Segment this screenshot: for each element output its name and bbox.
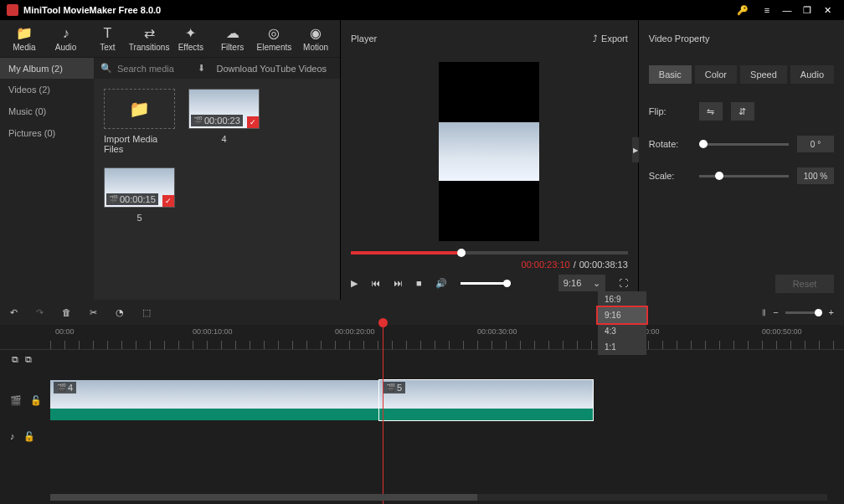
split-icon[interactable]: ✂ xyxy=(90,307,97,318)
fullscreen-icon[interactable]: ⛶ xyxy=(619,278,628,288)
menu-icon[interactable]: ≡ xyxy=(757,5,777,15)
filters-icon: ☁ xyxy=(226,25,239,41)
flip-label: Flip: xyxy=(649,106,691,116)
search-area: 🔍 Search media ⬇ Download YouTube Videos xyxy=(94,63,340,74)
timeline: ↶ ↷ 🗑 ✂ ◔ ⬚ ⦀ − + ⧉⧉ 00:00 00:00:10:00 0… xyxy=(0,300,844,504)
search-icon: 🔍 xyxy=(100,63,112,74)
aspect-option[interactable]: 4:3 xyxy=(598,323,646,339)
album-label[interactable]: My Album (2) xyxy=(0,58,94,79)
titlebar: MiniTool MovieMaker Free 8.0.0 🔑 ≡ — ❐ ✕ xyxy=(0,0,844,20)
play-icon[interactable]: ▶ xyxy=(351,278,358,289)
aspect-select[interactable]: 9:16⌄ xyxy=(558,275,605,291)
audio-track[interactable]: ♪🔓 xyxy=(50,422,844,450)
close-icon[interactable]: ✕ xyxy=(817,5,837,16)
tab-motion[interactable]: ◉Motion xyxy=(295,20,337,57)
main-toolbar: 📁Media ♪Audio TText ⇄Transitions ✦Effect… xyxy=(0,20,340,57)
video-track[interactable]: 🎬🔓 🎬 4 🎬 5 xyxy=(50,380,844,420)
tab-text[interactable]: TText xyxy=(87,20,129,57)
prop-tab-basic[interactable]: Basic xyxy=(649,65,692,84)
audio-track-icon[interactable]: ♪ xyxy=(10,431,15,442)
zoom-fit-icon[interactable]: ⦀ xyxy=(762,307,766,318)
tab-filters[interactable]: ☁Filters xyxy=(212,20,254,57)
undo-icon[interactable]: ↶ xyxy=(10,307,18,318)
prop-tab-audio[interactable]: Audio xyxy=(790,65,834,84)
import-media[interactable]: 📁 Import Media Files xyxy=(104,89,175,154)
prev-frame-icon[interactable]: ⏮ xyxy=(371,278,380,288)
sidebar-item-pictures[interactable]: Pictures (0) xyxy=(0,122,94,144)
preview-area[interactable] xyxy=(341,57,638,246)
lock-icon[interactable]: 🔓 xyxy=(23,431,35,442)
aspect-option[interactable]: 16:9 xyxy=(598,291,646,307)
timeline-toolbar: ↶ ↷ 🗑 ✂ ◔ ⬚ ⦀ − + xyxy=(0,300,844,325)
timeline-ruler[interactable]: ⧉⧉ 00:00 00:00:10:00 00:00:20:00 00:00:3… xyxy=(0,325,844,350)
timeline-clip[interactable]: 🎬 5 xyxy=(379,380,593,420)
maximize-icon[interactable]: ❐ xyxy=(797,5,817,16)
tab-audio[interactable]: ♪Audio xyxy=(45,20,87,57)
scale-label: Scale: xyxy=(649,171,691,181)
volume-slider[interactable] xyxy=(461,282,511,285)
text-icon: T xyxy=(103,26,111,41)
reset-button[interactable]: Reset xyxy=(775,275,834,293)
player-title: Player xyxy=(351,33,377,44)
zoom-slider[interactable] xyxy=(785,311,822,314)
seek-bar[interactable] xyxy=(351,251,628,255)
search-row: My Album (2) 🔍 Search media ⬇ Download Y… xyxy=(0,57,340,79)
app-title: MiniTool MovieMaker Free 8.0.0 xyxy=(23,5,737,15)
scale-value[interactable]: 100 % xyxy=(797,167,834,184)
zoom-in-icon[interactable]: + xyxy=(829,307,834,317)
prop-tab-color[interactable]: Color xyxy=(695,65,737,84)
aspect-option[interactable]: 1:1 xyxy=(598,339,646,355)
elements-icon: ◎ xyxy=(268,25,280,41)
zoom-out-icon[interactable]: − xyxy=(773,307,778,317)
prop-tab-speed[interactable]: Speed xyxy=(740,65,787,84)
aspect-option[interactable]: 9:16 xyxy=(598,307,646,323)
tab-elements[interactable]: ◎Elements xyxy=(254,20,296,57)
search-input[interactable]: Search media xyxy=(117,64,174,74)
property-title: Video Property xyxy=(649,33,710,44)
minimize-icon[interactable]: — xyxy=(777,5,797,15)
timeline-clip[interactable]: 🎬 4 xyxy=(50,380,379,420)
timeline-scrollbar[interactable] xyxy=(50,494,827,501)
media-name: 4 xyxy=(221,134,226,144)
next-frame-icon[interactable]: ⏭ xyxy=(394,278,403,288)
timeline-zoom: ⦀ − + xyxy=(762,307,834,318)
rotate-value[interactable]: 0 ° xyxy=(797,136,834,152)
media-item[interactable]: 🎬 00:00:15✓ 5 xyxy=(104,167,175,223)
chevron-down-icon: ⌄ xyxy=(593,278,600,289)
media-sidebar: Videos (2) Music (0) Pictures (0) xyxy=(0,79,94,300)
playhead[interactable] xyxy=(383,323,383,504)
transitions-icon: ⇄ xyxy=(144,25,155,41)
property-pane: ▶ Video Property Basic Color Speed Audio… xyxy=(639,20,844,300)
duration-badge: 🎬 00:00:15 xyxy=(106,193,158,205)
key-icon[interactable]: 🔑 xyxy=(737,5,749,16)
flip-horizontal-button[interactable]: ⇋ xyxy=(699,102,723,121)
crop-icon[interactable]: ⬚ xyxy=(142,307,151,318)
rotate-label: Rotate: xyxy=(649,139,691,149)
speed-icon[interactable]: ◔ xyxy=(116,307,124,318)
sidebar-item-videos[interactable]: Videos (2) xyxy=(0,79,94,100)
collapse-icon[interactable]: ▶ xyxy=(632,137,639,162)
tab-media[interactable]: 📁Media xyxy=(3,20,45,57)
time-current: 00:00:23:10 xyxy=(522,260,570,270)
export-button[interactable]: ⤴Export xyxy=(593,33,628,44)
volume-icon[interactable]: 🔊 xyxy=(435,278,447,289)
check-icon: ✓ xyxy=(247,116,259,128)
sidebar-item-music[interactable]: Music (0) xyxy=(0,100,94,122)
export-icon: ⤴ xyxy=(593,33,598,44)
scale-slider[interactable] xyxy=(699,175,789,177)
tab-transitions[interactable]: ⇄Transitions xyxy=(128,20,170,57)
redo-icon[interactable]: ↷ xyxy=(36,307,44,318)
stop-icon[interactable]: ■ xyxy=(416,278,422,288)
music-icon: ♪ xyxy=(63,26,69,41)
tab-effects[interactable]: ✦Effects xyxy=(170,20,212,57)
flip-vertical-button[interactable]: ⇵ xyxy=(731,102,754,121)
rotate-slider[interactable] xyxy=(699,143,789,146)
download-youtube[interactable]: Download YouTube Videos xyxy=(217,64,334,74)
media-name: 5 xyxy=(136,213,142,223)
delete-icon[interactable]: 🗑 xyxy=(62,307,71,317)
motion-icon: ◉ xyxy=(310,25,322,41)
video-track-icon[interactable]: 🎬 xyxy=(10,395,22,406)
media-item[interactable]: 🎬 00:00:23✓ 4 xyxy=(188,89,260,154)
effects-icon: ✦ xyxy=(185,25,196,41)
lock-icon[interactable]: 🔓 xyxy=(30,395,42,406)
